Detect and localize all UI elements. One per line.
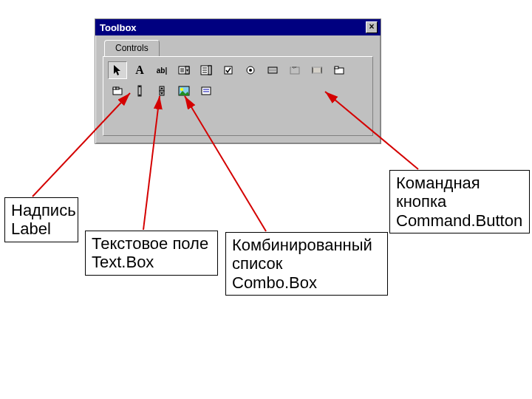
svg-point-12 (249, 69, 252, 72)
tool-combobox[interactable] (174, 61, 194, 79)
tool-togglebutton[interactable] (263, 61, 282, 79)
svg-rect-25 (138, 86, 141, 96)
annotation-commandbutton: КоманднаякнопкаCommand.Button (389, 170, 530, 233)
tool-label[interactable]: A (130, 61, 149, 79)
annotation-command-text: КоманднаякнопкаCommand.Button (396, 174, 522, 230)
tool-row-2 (108, 82, 368, 100)
tool-scrollbar[interactable] (130, 82, 149, 100)
svg-text:xyz: xyz (292, 65, 296, 69)
toolbox-window: Toolbox × Controls A ab| (95, 18, 381, 144)
svg-rect-6 (208, 66, 211, 75)
svg-rect-10 (225, 66, 232, 74)
svg-point-29 (180, 88, 183, 91)
tool-tabstrip[interactable] (330, 61, 349, 79)
annotation-combobox-text: КомбинированныйсписокCombo.Box (232, 236, 372, 292)
toolbox-titlebar[interactable]: Toolbox × (95, 19, 381, 35)
svg-rect-23 (113, 87, 116, 89)
tool-textbox[interactable]: ab| (152, 61, 171, 79)
svg-rect-24 (116, 87, 119, 89)
tool-multipage[interactable] (108, 82, 127, 100)
tool-row-1: A ab| xyz (108, 61, 368, 79)
annotation-label: НадписьLabel (4, 197, 78, 242)
tool-commandbutton[interactable] (307, 61, 327, 79)
tool-optionbutton[interactable] (241, 61, 260, 79)
toolbox-title: Toolbox (98, 22, 366, 33)
annotation-textbox: Текстовое полеText.Box (85, 231, 218, 276)
tool-checkbox[interactable] (219, 61, 238, 79)
tab-controls[interactable]: Controls (104, 40, 160, 56)
tool-image[interactable] (174, 82, 194, 100)
annotation-label-text: НадписьLabel (11, 201, 76, 238)
svg-rect-18 (313, 67, 321, 73)
tool-pointer[interactable] (108, 61, 127, 79)
svg-rect-21 (335, 66, 338, 69)
tool-frame[interactable]: xyz (285, 61, 304, 79)
annotation-combobox: КомбинированныйсписокCombo.Box (225, 232, 388, 296)
close-icon[interactable]: × (366, 21, 378, 33)
tab-bar: Controls (95, 35, 381, 56)
tool-spinbutton[interactable] (152, 82, 171, 100)
svg-rect-30 (202, 87, 211, 95)
tool-extra[interactable] (197, 82, 216, 100)
tool-grid: A ab| xyz (103, 56, 373, 136)
tool-listbox[interactable] (197, 61, 216, 79)
annotation-textbox-text: Текстовое полеText.Box (92, 234, 208, 271)
